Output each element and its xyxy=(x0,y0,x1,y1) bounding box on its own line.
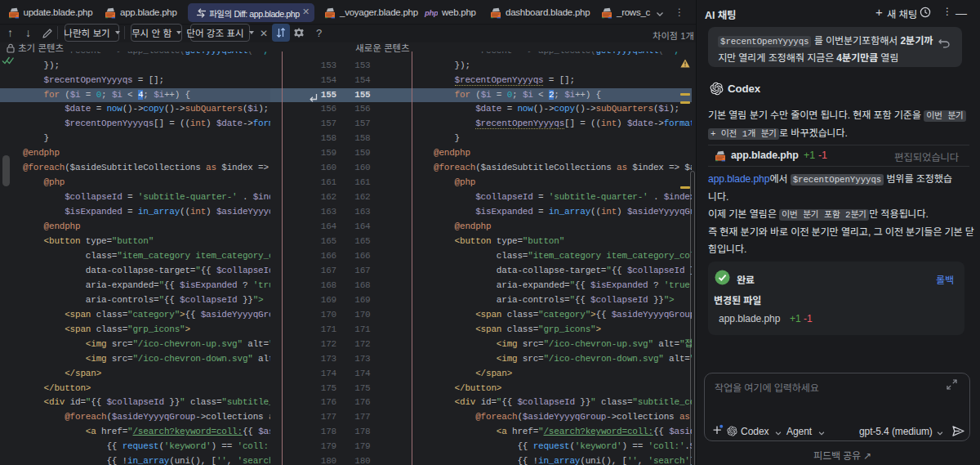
svg-text:php: php xyxy=(424,8,438,17)
